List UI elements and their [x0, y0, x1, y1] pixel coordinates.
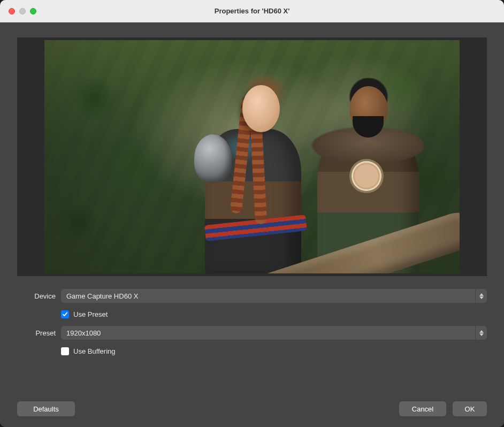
defaults-button[interactable]: Defaults [17, 401, 75, 416]
use-buffering-checkbox[interactable] [61, 347, 69, 355]
preset-label: Preset [17, 329, 56, 337]
properties-window: Properties for 'HD60 X' [0, 0, 504, 427]
titlebar: Properties for 'HD60 X' [0, 0, 504, 22]
preview-figure-left [184, 70, 301, 273]
use-preset-checkbox[interactable] [61, 310, 69, 318]
dialog-content: Device Game Capture HD60 X Use Preset Pr… [0, 22, 504, 427]
preset-select[interactable]: 1920x1080 [61, 326, 487, 340]
video-preview [44, 40, 460, 273]
use-preset-label: Use Preset [73, 310, 108, 318]
device-select[interactable]: Game Capture HD60 X [61, 289, 487, 303]
cancel-button[interactable]: Cancel [399, 401, 446, 416]
use-buffering-row: Use Buffering [61, 347, 487, 355]
preview-figure-right [312, 81, 419, 273]
use-preset-row: Use Preset [61, 310, 487, 318]
dialog-footer: Defaults Cancel OK [17, 378, 487, 416]
updown-stepper-icon [475, 289, 487, 303]
preset-select-value: 1920x1080 [66, 329, 101, 337]
window-controls [0, 8, 36, 14]
use-buffering-label: Use Buffering [73, 347, 116, 355]
window-close-button[interactable] [9, 8, 15, 14]
device-select-value: Game Capture HD60 X [66, 292, 138, 300]
device-label: Device [17, 292, 56, 300]
window-minimize-button[interactable] [19, 8, 26, 14]
properties-form: Device Game Capture HD60 X Use Preset Pr… [17, 289, 487, 355]
updown-stepper-icon [475, 326, 487, 340]
video-preview-frame [17, 37, 487, 276]
window-title: Properties for 'HD60 X' [0, 7, 504, 15]
ok-button[interactable]: OK [453, 401, 487, 416]
window-zoom-button[interactable] [30, 8, 36, 14]
